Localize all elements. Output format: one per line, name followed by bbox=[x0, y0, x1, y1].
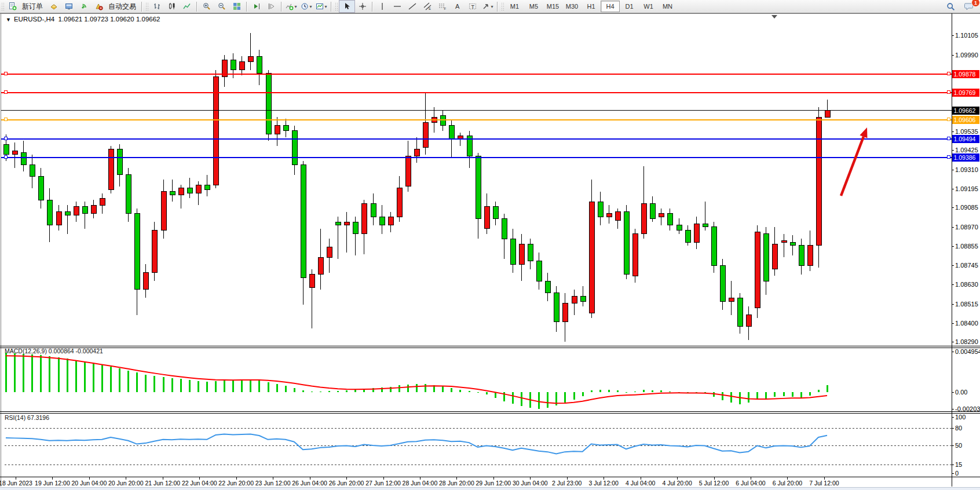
timeframe-button-M15[interactable]: M15 bbox=[543, 1, 562, 12]
shapes-caret: ▾ bbox=[491, 4, 493, 9]
hline-anchor-handle[interactable] bbox=[5, 91, 8, 94]
macd-histogram-bar bbox=[390, 387, 392, 392]
timeframe-button-M5[interactable]: M5 bbox=[524, 1, 543, 12]
price-badge-label: 1.09494 bbox=[954, 136, 976, 142]
indicators-button[interactable]: ▾ bbox=[284, 1, 299, 12]
chart-shift-button[interactable] bbox=[264, 1, 279, 12]
candle bbox=[737, 298, 743, 327]
macd-histogram-bar bbox=[75, 360, 77, 392]
macd-histogram-bar bbox=[722, 392, 723, 400]
macd-histogram-bar bbox=[224, 380, 225, 392]
terminal-button[interactable] bbox=[61, 1, 76, 12]
bar-chart-button[interactable] bbox=[149, 1, 164, 12]
macd-histogram-bar bbox=[564, 392, 566, 403]
macd-histogram-bar bbox=[617, 390, 619, 392]
zoom-in-button[interactable] bbox=[199, 1, 214, 12]
toolbar-separator bbox=[372, 2, 373, 12]
hline-anchor-handle[interactable] bbox=[5, 137, 8, 140]
hline-anchor-handle[interactable] bbox=[5, 72, 8, 75]
auto-scroll-button[interactable] bbox=[249, 1, 264, 12]
toolbar-grip[interactable] bbox=[335, 2, 338, 10]
macd-axis-label: -0.002038 bbox=[955, 405, 980, 412]
crosshair-button[interactable] bbox=[355, 1, 370, 12]
yellow-app-icon bbox=[50, 2, 58, 10]
candle bbox=[292, 131, 297, 164]
candle bbox=[545, 281, 550, 292]
macd-indicator-label: MACD(12,26,9) 0.000864 -0.000421 bbox=[5, 348, 103, 354]
hline-anchor-handle[interactable] bbox=[5, 118, 8, 121]
timeframe-button-M1[interactable]: M1 bbox=[505, 1, 524, 12]
price-tick-label: 1.08745 bbox=[955, 262, 978, 269]
cursor-button[interactable] bbox=[339, 0, 355, 13]
svg-text:A: A bbox=[455, 3, 460, 10]
templates-button[interactable]: ▾ bbox=[314, 1, 329, 12]
trendline-button[interactable] bbox=[405, 1, 420, 12]
macd-histogram-bar bbox=[119, 368, 120, 392]
hline-anchor-handle[interactable] bbox=[948, 118, 950, 121]
hline-anchor-handle[interactable] bbox=[948, 137, 950, 140]
crosshair-icon bbox=[359, 2, 367, 10]
candle bbox=[353, 222, 358, 233]
chart-canvas[interactable]: 1.101051.099901.095351.094251.093101.091… bbox=[0, 0, 980, 490]
equidistant-channel-button[interactable]: E bbox=[420, 1, 435, 12]
price-tick-label: 1.08855 bbox=[955, 243, 978, 250]
auto-trading-button[interactable] bbox=[92, 1, 107, 12]
price-tick-label: 1.09195 bbox=[955, 185, 978, 192]
timeframe-button-MN[interactable]: MN bbox=[658, 1, 677, 12]
candle bbox=[108, 149, 114, 190]
zoom-out-button[interactable] bbox=[214, 1, 229, 12]
hline-anchor-handle[interactable] bbox=[948, 91, 950, 94]
candle bbox=[606, 214, 612, 217]
fibonacci-button[interactable]: F bbox=[435, 1, 450, 12]
line-chart-button[interactable] bbox=[180, 1, 195, 12]
price-badge-label: 1.09662 bbox=[954, 107, 976, 114]
time-tick-label: 28 Jun 04:00 bbox=[403, 480, 438, 487]
chat-button[interactable]: 1 bbox=[961, 1, 977, 12]
price-tick-label: 1.10105 bbox=[955, 32, 978, 39]
candle bbox=[12, 151, 17, 155]
auto-trading-label-button[interactable]: 自动交易 bbox=[107, 1, 140, 12]
new-order-label-button[interactable]: 新订单 bbox=[20, 1, 46, 12]
hline-anchor-handle[interactable] bbox=[948, 156, 950, 159]
hline-anchor-handle[interactable] bbox=[5, 156, 8, 159]
market-watch-button[interactable] bbox=[46, 1, 61, 12]
candle bbox=[755, 232, 760, 308]
toolbar-grip[interactable] bbox=[501, 2, 504, 10]
candle bbox=[397, 188, 402, 217]
signals-button[interactable] bbox=[76, 1, 92, 12]
macd-histogram-bar bbox=[58, 357, 60, 392]
timeframe-button-W1[interactable]: W1 bbox=[639, 1, 658, 12]
vertical-line-button[interactable] bbox=[375, 1, 390, 12]
macd-histogram-bar bbox=[521, 392, 522, 406]
label-button[interactable]: T bbox=[465, 1, 480, 12]
candlestick-chart-button[interactable] bbox=[164, 1, 180, 12]
notification-badge[interactable]: 1 bbox=[971, 0, 980, 7]
macd-histogram-bar bbox=[5, 353, 7, 392]
timeframe-button-H1[interactable]: H1 bbox=[582, 1, 601, 12]
new-order-button[interactable] bbox=[5, 1, 20, 12]
candle bbox=[100, 198, 105, 205]
shapes-button[interactable]: ▾ bbox=[480, 1, 495, 12]
timeframe-button-H4[interactable]: H4 bbox=[601, 1, 620, 12]
tile-windows-button[interactable] bbox=[229, 1, 244, 12]
text-button[interactable]: A bbox=[450, 1, 465, 12]
timeframe-button-M30[interactable]: M30 bbox=[562, 1, 582, 12]
candle bbox=[493, 207, 498, 218]
periods-button[interactable]: ▾ bbox=[299, 1, 314, 12]
rsi-axis-label: 15 bbox=[955, 461, 962, 468]
price-tick-label: 1.09085 bbox=[955, 204, 978, 211]
hline-anchor-handle[interactable] bbox=[948, 72, 950, 75]
timeframe-toolbar: M1M5M15M30H1H4D1W1MN bbox=[505, 1, 677, 12]
svg-text:F: F bbox=[444, 7, 447, 10]
candle bbox=[82, 207, 87, 214]
search-button[interactable] bbox=[943, 1, 958, 12]
quick-trade-collapse-icon[interactable]: ▼ bbox=[6, 17, 11, 23]
toolbar-grip[interactable] bbox=[145, 2, 148, 10]
macd-histogram-bar bbox=[232, 380, 234, 392]
timeframe-button-D1[interactable]: D1 bbox=[620, 1, 639, 12]
horizontal-line-button[interactable] bbox=[390, 1, 405, 12]
candle bbox=[231, 60, 236, 70]
toolbar-grip[interactable] bbox=[1, 2, 4, 10]
macd-histogram-bar bbox=[730, 392, 732, 403]
candle bbox=[257, 56, 262, 73]
